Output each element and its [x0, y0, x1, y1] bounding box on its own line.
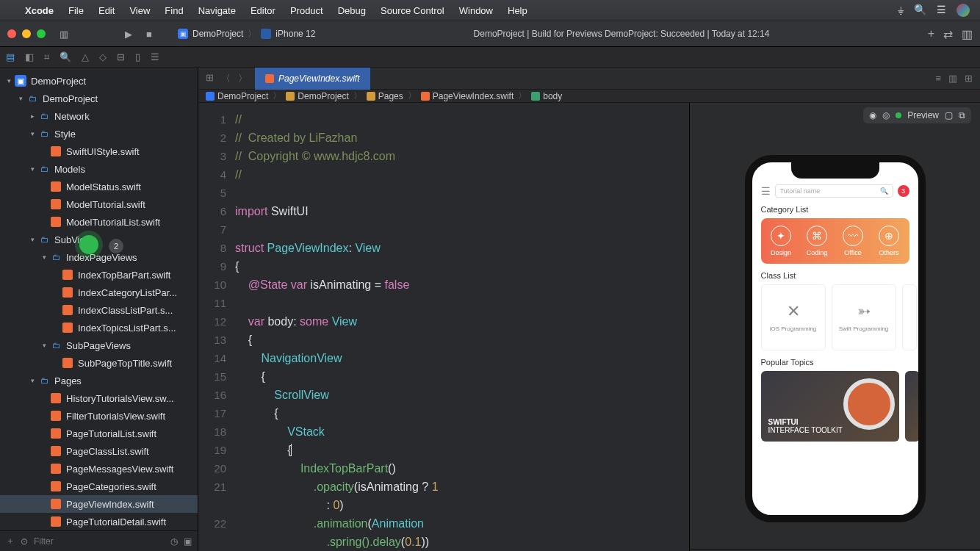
menu-icon[interactable]: ☰ [761, 185, 771, 197]
menu-view[interactable]: View [129, 5, 150, 16]
class-ios[interactable]: ✕iOS Programming [761, 284, 826, 350]
tree-folder-demoproject[interactable]: ▾🗀DemoProject [0, 90, 198, 107]
run-icon[interactable]: ▶ [122, 27, 135, 40]
find-navigator-icon[interactable]: 🔍 [60, 51, 71, 62]
menu-find[interactable]: Find [165, 5, 183, 16]
tree-file-pageviewindex[interactable]: PageViewIndex.swift [0, 495, 198, 513]
menu-window[interactable]: Window [459, 5, 493, 16]
minimap-icon[interactable]: ≡ [935, 73, 941, 84]
tree-file-pagetutdetail[interactable]: PageTutorialDetail.swift [0, 513, 198, 530]
live-icon[interactable]: ◉ [869, 110, 876, 120]
menu-debug[interactable]: Debug [338, 5, 366, 16]
menu-product[interactable]: Product [290, 5, 323, 16]
recent-icon[interactable]: ◷ [170, 536, 178, 547]
minimize-window-button[interactable] [22, 29, 31, 38]
tree-file-swiftuistyle[interactable]: SwiftUIStyle.swift [0, 143, 198, 160]
wifi-icon[interactable]: ⏚ [898, 4, 904, 17]
tree-folder-subviews[interactable]: ▾🗀SubViews [0, 231, 198, 248]
menu-file[interactable]: File [68, 5, 84, 16]
tree-file-indextopbar[interactable]: IndexTopBarPart.swift [0, 266, 198, 284]
close-window-button[interactable] [7, 29, 16, 38]
breakpoint-navigator-icon[interactable]: ▯ [135, 51, 140, 62]
test-navigator-icon[interactable]: ◇ [99, 51, 107, 62]
tree-label: PageMessagesView.swift [66, 464, 173, 475]
tree-file-history[interactable]: HistoryTutorialsView.sw... [0, 389, 198, 407]
adjust-editor-icon[interactable]: ▥ [948, 73, 957, 84]
tree-file-indexclass[interactable]: IndexClassListPart.s... [0, 301, 198, 319]
symbol-navigator-icon[interactable]: ⌗ [44, 51, 49, 63]
class-more[interactable] [902, 284, 917, 350]
tree-file-pagetutlist[interactable]: PageTutorialList.swift [0, 425, 198, 442]
tree-label: SwiftUIStyle.swift [66, 146, 140, 157]
nav-forward-icon[interactable]: 〉 [238, 72, 248, 85]
code-content: // // Created by LiFazhan // Copyright ©… [235, 103, 439, 551]
library-icon[interactable]: + [928, 27, 934, 41]
debug-navigator-icon[interactable]: ⊟ [117, 51, 125, 62]
tree-file-modelstatus[interactable]: ModelStatus.swift [0, 178, 198, 195]
tree-folder-indexpageviews[interactable]: ▾🗀IndexPageViews [0, 248, 198, 266]
notification-badge[interactable]: 3 [898, 185, 909, 197]
jump-bar[interactable]: DemoProject〉 DemoProject〉 Pages〉 PageVie… [198, 90, 980, 103]
issue-navigator-icon[interactable]: △ [82, 51, 89, 62]
filter-input[interactable] [34, 536, 165, 547]
category-coding[interactable]: ⌘Coding [800, 226, 835, 256]
duplicate-preview-icon[interactable]: ⧉ [959, 110, 965, 120]
menu-navigate[interactable]: Navigate [198, 5, 236, 16]
menu-editor[interactable]: Editor [251, 5, 275, 16]
tree-file-pageclasslist[interactable]: PageClassList.swift [0, 442, 198, 460]
related-items-icon[interactable]: ⊞ [206, 72, 214, 85]
toggle-inspector-icon[interactable]: ▥ [962, 27, 973, 41]
device-icon [261, 29, 271, 39]
tree-file-pagemessages[interactable]: PageMessagesView.swift [0, 460, 198, 478]
tree-folder-style[interactable]: ▾🗀Style [0, 125, 198, 143]
menu-edit[interactable]: Edit [98, 5, 115, 16]
tree-label: DemoProject [43, 93, 98, 104]
user-avatar-icon[interactable] [956, 4, 970, 17]
tree-file-pagecategories[interactable]: PageCategories.swift [0, 478, 198, 495]
tree-folder-pages[interactable]: ▾🗀Pages [0, 372, 198, 389]
swift-file-icon [265, 74, 274, 83]
menu-app[interactable]: Xcode [25, 5, 54, 16]
category-others[interactable]: ⊕Others [872, 226, 907, 256]
nav-back-icon[interactable]: 〈 [221, 72, 231, 85]
report-navigator-icon[interactable]: ☰ [151, 51, 159, 62]
tree-folder-models[interactable]: ▾🗀Models [0, 160, 198, 178]
tree-file-modeltutorial[interactable]: ModelTutorial.swift [0, 195, 198, 213]
tree-file-subpagetop[interactable]: SubPageTopTitle.swift [0, 354, 198, 372]
category-design[interactable]: ✦Design [764, 226, 799, 256]
topic-card[interactable]: SWIFTUIINTERFACE TOOLKIT [761, 371, 899, 442]
scm-filter-icon[interactable]: ▣ [184, 536, 192, 547]
preview-status-icon [896, 112, 901, 118]
tree-file-filter[interactable]: FilterTutorialsView.swift [0, 407, 198, 425]
inspect-icon[interactable]: ◎ [882, 110, 890, 120]
tree-root[interactable]: ▾▣DemoProject [0, 72, 198, 90]
tree-folder-subpageviews[interactable]: ▾🗀SubPageViews [0, 336, 198, 354]
device-preview[interactable]: ☰ Tutorial name🔍 3 Category List ✦Design… [745, 155, 926, 522]
crumb-label: DemoProject [298, 91, 348, 101]
scheme-selector[interactable]: ▣ DemoProject 〉 iPhone 12 [178, 28, 315, 40]
filter-scope-icon[interactable]: ⊙ [21, 536, 28, 547]
zoom-window-button[interactable] [37, 29, 46, 38]
menu-source-control[interactable]: Source Control [381, 5, 444, 16]
toggle-navigator-icon[interactable]: ▥ [57, 27, 71, 40]
add-icon[interactable]: ＋ [6, 535, 15, 547]
editor-tab[interactable]: PageViewIndex.swift [255, 68, 370, 90]
menu-help[interactable]: Help [508, 5, 527, 16]
spotlight-icon[interactable]: 🔍 [914, 4, 926, 17]
control-center-icon[interactable]: ☰ [937, 4, 946, 17]
tree-folder-network[interactable]: ▸🗀Network [0, 107, 198, 125]
project-navigator-icon[interactable]: ▤ [6, 51, 15, 62]
device-icon[interactable]: ▢ [945, 110, 953, 120]
search-input[interactable]: Tutorial name🔍 [775, 184, 893, 198]
add-editor-icon[interactable]: ⊞ [965, 73, 973, 84]
category-office[interactable]: 〰Office [836, 226, 871, 256]
source-control-navigator-icon[interactable]: ◧ [25, 51, 34, 62]
topic-card-next[interactable] [905, 371, 920, 442]
code-review-icon[interactable]: ⇄ [943, 27, 953, 41]
tree-file-modeltutoriallist[interactable]: ModelTutorialList.swift [0, 213, 198, 231]
stop-icon[interactable]: ■ [143, 27, 156, 40]
class-swift[interactable]: ➳Swift Programming [832, 284, 896, 350]
tree-file-indexcategory[interactable]: IndexCategoryListPar... [0, 284, 198, 301]
source-editor[interactable]: 1234567891011121314151617181920212223 //… [198, 103, 689, 551]
tree-file-indextopics[interactable]: IndexTopicsListPart.s... [0, 319, 198, 336]
